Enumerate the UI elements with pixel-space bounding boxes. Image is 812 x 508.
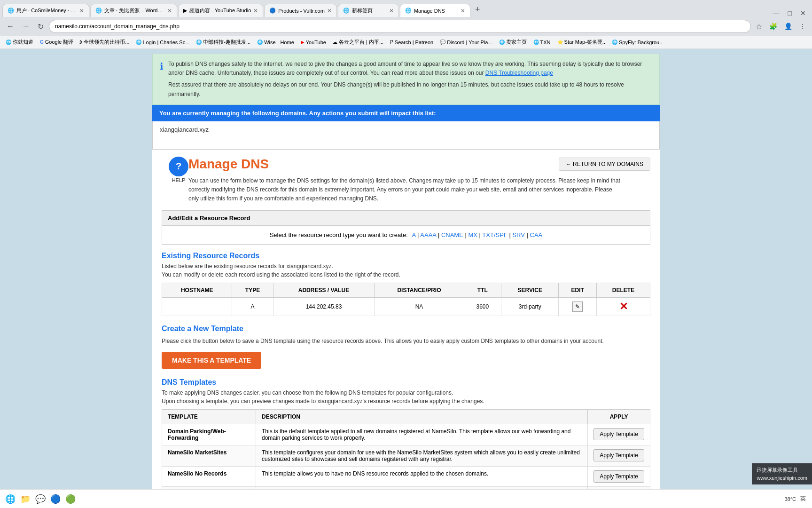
template-row-1: Domain Parking/Web-Forwarding This is th… <box>162 424 650 445</box>
tmpl-desc-1: This is the default template applied to … <box>256 424 588 445</box>
tab-3[interactable]: ▶ 频道内容 - YouTube Studio ✕ <box>178 4 263 17</box>
apply-template-button-2[interactable]: Apply Template <box>593 449 644 461</box>
tmpl-apply-2[interactable]: Apply Template <box>588 445 650 466</box>
minimize-button[interactable]: — <box>769 9 783 17</box>
tmpl-col-template: TEMPLATE <box>162 409 256 424</box>
tab-5[interactable]: 🌐 新标签页 ✕ <box>338 4 399 17</box>
page-wrapper: ℹ To publish DNS changes safely to the i… <box>152 54 660 508</box>
record-type-mx[interactable]: MX <box>468 231 477 238</box>
tmpl-apply-1[interactable]: Apply Template <box>588 424 650 445</box>
bookmark-starmap[interactable]: ⭐Star Map-签名硬.. <box>554 38 608 47</box>
record-type-caa[interactable]: CAA <box>530 231 543 238</box>
taskbar-icon-folder[interactable]: 📁 <box>19 492 32 506</box>
forward-button[interactable]: → <box>19 21 32 32</box>
dns-templates-desc1: To make applying DNS changes easier, you… <box>162 389 650 396</box>
row-edit[interactable]: ✎ <box>559 298 597 316</box>
col-address: ADDRESS / VALUE <box>273 283 375 298</box>
taskbar-icon-blue[interactable]: 🔵 <box>49 492 62 506</box>
title-row: ? HELP Manage DNS ← RETURN TO MY DOMAINS… <box>162 157 650 204</box>
record-type-txtspf[interactable]: TXT/SPF <box>482 231 507 238</box>
extensions-icon[interactable]: 🧩 <box>767 21 780 32</box>
menu-icon[interactable]: ⋮ <box>797 21 808 32</box>
existing-records-title: Existing Resource Records <box>162 252 650 260</box>
tab-1-favicon: 🌐 <box>8 8 14 14</box>
bookmark-bitcoin[interactable]: ₿全球领先的比特币... <box>77 38 132 47</box>
bookmark-login-charles[interactable]: 🌐Login | Charles Sc... <box>133 39 192 46</box>
record-type-a[interactable]: A <box>412 231 415 238</box>
help-circle-button[interactable]: ? <box>169 157 188 176</box>
bookmark-youtube[interactable]: ▶YouTube <box>298 39 329 46</box>
tab-2[interactable]: 🌐 文章 · 免比资源 – WordPress ✕ <box>90 4 177 17</box>
tab-1[interactable]: 🌐 用户 · CoSmileMoney · Wor... ✕ <box>2 4 89 17</box>
col-edit: EDIT <box>559 283 597 298</box>
create-template-desc: Please click the button below to save a … <box>162 337 650 346</box>
tab-3-favicon: ▶ <box>183 8 187 14</box>
template-row-2: NameSilo MarketSites This template confi… <box>162 445 650 466</box>
bookmark-nizhi[interactable]: 🌐你就知道 <box>3 38 36 47</box>
taskbar-language[interactable]: 英 <box>798 494 808 504</box>
close-button[interactable]: ✕ <box>796 9 810 17</box>
profile-icon[interactable]: 👤 <box>782 21 795 32</box>
address-input[interactable] <box>49 20 751 33</box>
tab-4-close[interactable]: ✕ <box>327 8 332 14</box>
bookmark-zhongbu[interactable]: 🌐中部科技-趣翻批发... <box>193 38 253 47</box>
row-delete[interactable]: ✕ <box>597 298 650 316</box>
new-tab-button[interactable]: + <box>471 5 484 15</box>
return-to-domains-button[interactable]: ← RETURN TO MY DOMAINS <box>559 158 650 171</box>
bookmark-discord[interactable]: 💬Discord | Your Pla... <box>437 39 495 46</box>
tmpl-col-description: DESCRIPTION <box>256 409 588 424</box>
info-text: To publish DNS changes safely to the int… <box>168 60 652 99</box>
row-distance: NA <box>375 298 464 316</box>
tmpl-name-2: NameSilo MarketSites <box>162 445 256 466</box>
taskbar-icon-green[interactable]: 🟢 <box>64 492 77 506</box>
taskbar-icon-chat[interactable]: 💬 <box>34 492 47 506</box>
tab-4-title: Products - Vultr.com <box>278 8 325 14</box>
record-type-links: A | AAAA | CNAME | MX | TXT/SPF | SRV <box>412 231 542 238</box>
bookmarks-bar: 🌐你就知道 GGoogle 翻译 ₿全球领先的比特币... 🌐Login | C… <box>0 36 812 49</box>
tmpl-apply-3[interactable]: Apply Template <box>588 466 650 486</box>
tab-2-close[interactable]: ✕ <box>167 8 172 14</box>
bookmark-cloud[interactable]: ☁各云之平台 | 内平... <box>330 38 386 47</box>
row-hostname <box>162 298 232 316</box>
tab-4[interactable]: 🔵 Products - Vultr.com ✕ <box>264 4 337 17</box>
existing-records-desc1: Listed below are the existing resource r… <box>162 263 650 270</box>
delete-icon[interactable]: ✕ <box>619 301 628 312</box>
bookmark-patreon[interactable]: PSearch | Patreon <box>387 39 436 46</box>
tmpl-desc-2: This template configures your domain for… <box>256 445 588 466</box>
templates-header-row: TEMPLATE DESCRIPTION APPLY <box>162 409 650 424</box>
tmpl-name-3: NameSilo No Records <box>162 466 256 486</box>
apply-template-button-1[interactable]: Apply Template <box>593 428 644 440</box>
taskbar-icon-browser[interactable]: 🌐 <box>4 492 17 506</box>
bookmark-star-icon[interactable]: ☆ <box>753 21 765 32</box>
bookmark-spyfly[interactable]: 🌐SpyFly: Backgrou.. <box>609 39 665 46</box>
dns-troubleshooting-link[interactable]: DNS Troubleshooting page <box>485 70 553 76</box>
bookmark-wise[interactable]: 🌐Wise - Home <box>254 39 297 46</box>
browser-window: 🌐 用户 · CoSmileMoney · Wor... ✕ 🌐 文章 · 免比… <box>0 0 812 508</box>
record-type-aaaa[interactable]: AAAA <box>420 231 436 238</box>
template-row-3: NameSilo No Records This template allows… <box>162 466 650 486</box>
tab-1-title: 用户 · CoSmileMoney · Wor... <box>16 7 77 14</box>
reload-button[interactable]: ↻ <box>35 21 47 32</box>
tab-5-close[interactable]: ✕ <box>389 8 394 14</box>
tab-3-close[interactable]: ✕ <box>253 8 258 14</box>
help-container: ? HELP <box>169 157 188 183</box>
tmpl-name-1: Domain Parking/Web-Forwarding <box>162 424 256 445</box>
tab-1-close[interactable]: ✕ <box>79 8 84 14</box>
bookmark-google-translate[interactable]: GGoogle 翻译 <box>37 38 76 47</box>
record-type-cname[interactable]: CNAME <box>441 231 463 238</box>
tab-6-close[interactable]: ✕ <box>461 8 465 14</box>
tab-6-active[interactable]: 🌐 Manage DNS ✕ <box>400 4 470 17</box>
add-edit-section: Add/Edit a Resource Record Select the re… <box>162 210 650 245</box>
make-template-button[interactable]: MAKE THIS A TEMPLATE <box>162 352 261 369</box>
record-type-srv[interactable]: SRV <box>512 231 525 238</box>
apply-template-button-3[interactable]: Apply Template <box>593 470 644 483</box>
maximize-button[interactable]: □ <box>784 9 796 17</box>
bookmark-seller[interactable]: 🌐卖家主页 <box>496 38 530 47</box>
taskbar-temp: 38°C <box>784 496 796 502</box>
back-button[interactable]: ← <box>4 21 17 32</box>
edit-icon[interactable]: ✎ <box>572 302 583 312</box>
page-description: You can use the form below to manage the… <box>188 176 622 204</box>
add-edit-header: Add/Edit a Resource Record <box>162 211 650 226</box>
row-address: 144.202.45.83 <box>273 298 375 316</box>
bookmark-txn[interactable]: 🌐TXN <box>531 39 554 46</box>
